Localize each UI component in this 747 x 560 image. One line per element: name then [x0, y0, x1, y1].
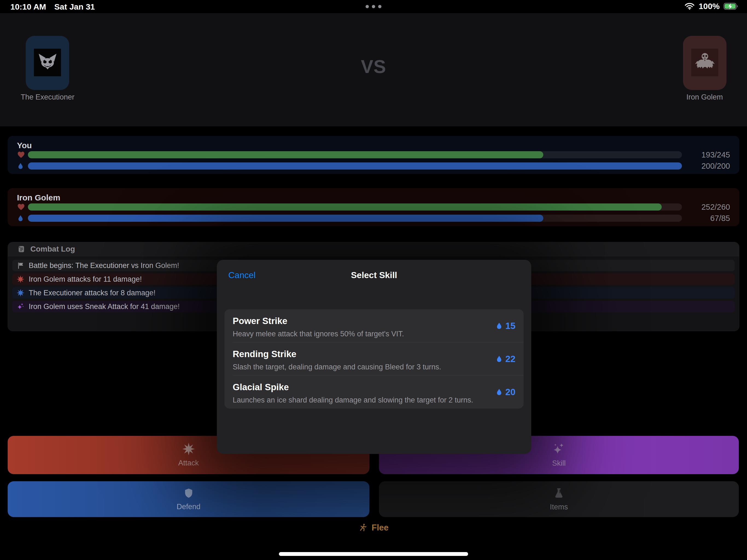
player-status-panel: You 193/245 200/200 [8, 136, 739, 174]
multitask-ellipsis-icon[interactable] [366, 5, 381, 8]
attack-button-label: Attack [178, 459, 199, 467]
player-name: The Executioner [0, 93, 110, 101]
log-text: Iron Golem attacks for 11 damage! [29, 275, 142, 284]
water-drop-icon [17, 162, 28, 170]
skill-cost-value: 15 [505, 321, 515, 331]
battery-percent: 100% [699, 2, 720, 11]
scroll-icon [17, 245, 25, 253]
skill-row-power-strike[interactable]: Power Strike Heavy melee attack that ign… [225, 309, 524, 342]
runner-icon [358, 523, 368, 532]
skill-description: Launches an ice shard dealing damage and… [233, 396, 515, 404]
enemy-hp-bar [28, 203, 682, 210]
log-text: The Executioner attacks for 8 damage! [29, 289, 156, 297]
flask-icon [553, 487, 565, 499]
skill-name: Power Strike [233, 316, 515, 326]
combat-log-header: Combat Log [8, 242, 739, 256]
burst-icon-red [17, 275, 24, 283]
enemy-name: Iron Golem [642, 93, 747, 101]
enemy-mp-value: 67/85 [675, 214, 730, 222]
items-button[interactable]: Items [379, 481, 739, 517]
shield-icon [183, 487, 195, 499]
flee-button[interactable]: Flee [0, 523, 747, 533]
battle-header: VS [0, 13, 747, 126]
wifi-icon [685, 2, 695, 10]
date: Sat Jan 31 [54, 2, 95, 11]
enemy-mp-bar [28, 215, 682, 222]
defend-button[interactable]: Defend [8, 481, 369, 517]
battle-screen: 10:10 AM Sat Jan 31 100% [0, 0, 747, 560]
skill-row-glacial-spike[interactable]: Glacial Spike Launches an ice shard deal… [225, 376, 524, 408]
enemy-panel-title: Iron Golem [17, 193, 60, 202]
bat-face-icon [36, 51, 59, 74]
enemy-portrait [683, 36, 726, 90]
heart-icon [17, 151, 28, 159]
water-drop-icon [495, 388, 503, 396]
log-text: Iron Golem uses Sneak Attack for 41 dama… [29, 302, 180, 311]
flee-button-label: Flee [371, 523, 389, 533]
player-hp-fill [28, 151, 543, 158]
sparkles-icon [552, 442, 565, 456]
player-portrait [26, 36, 69, 90]
skill-description: Heavy melee attack that ignores 50% of t… [233, 330, 515, 338]
skill-button-label: Skill [552, 459, 566, 467]
modal-title: Select Skill [217, 270, 531, 280]
defend-button-label: Defend [177, 503, 200, 511]
water-drop-icon [17, 214, 28, 222]
player-mp-value: 200/200 [675, 162, 730, 170]
vs-label: VS [0, 56, 747, 77]
water-drop-icon [495, 322, 503, 330]
enemy-hp-fill [28, 203, 662, 210]
sparkles-icon-purple [17, 303, 24, 310]
skill-name: Rending Strike [233, 349, 515, 359]
home-indicator[interactable] [279, 552, 468, 556]
enemy-status-panel: Iron Golem 252/260 67/85 [8, 188, 739, 226]
items-button-label: Items [550, 503, 568, 511]
enemy-mp-fill [28, 215, 543, 222]
eight-point-star-icon [182, 443, 195, 455]
clock: 10:10 AM [10, 2, 46, 11]
player-hp-bar [28, 151, 682, 158]
water-drop-icon [495, 355, 503, 363]
skill-list: Power Strike Heavy melee attack that ign… [225, 309, 524, 408]
skill-cost-value: 22 [505, 354, 515, 364]
player-mp-bar [28, 162, 682, 170]
flag-icon [17, 262, 24, 269]
player-mp-fill [28, 162, 682, 170]
select-skill-modal: Cancel Select Skill Power Strike Heavy m… [217, 260, 531, 454]
log-text: Battle begins: The Executioner vs Iron G… [29, 261, 179, 270]
player-hp-value: 193/245 [675, 151, 730, 159]
burst-icon-blue [17, 289, 24, 297]
status-bar: 10:10 AM Sat Jan 31 100% [0, 0, 747, 13]
skill-cost-value: 20 [505, 387, 515, 397]
combat-log-title: Combat Log [30, 245, 75, 253]
heart-icon [17, 203, 28, 211]
ghost-skull-icon [694, 51, 716, 74]
skill-description: Slash the target, dealing damage and cau… [233, 363, 515, 371]
enemy-hp-value: 252/260 [675, 203, 730, 211]
battery-charging-icon [723, 2, 739, 10]
skill-row-rending-strike[interactable]: Rending Strike Slash the target, dealing… [225, 342, 524, 376]
skill-name: Glacial Spike [233, 382, 515, 392]
player-panel-title: You [17, 141, 32, 150]
